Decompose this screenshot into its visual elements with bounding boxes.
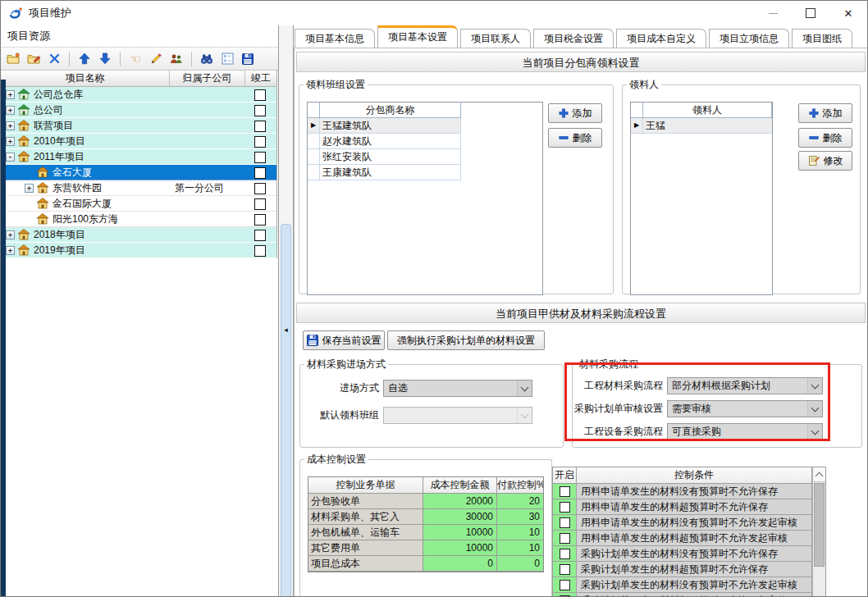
scroll-up-icon[interactable] <box>813 467 825 482</box>
splitter-thumb[interactable] <box>281 224 291 597</box>
tab[interactable]: 项目税金设置 <box>533 29 614 48</box>
tab[interactable]: 项目基本信息 <box>295 29 375 48</box>
tab[interactable]: 项目联系人 <box>460 29 531 48</box>
select-columns-icon[interactable] <box>218 50 236 68</box>
tab[interactable]: 项目基本设置 <box>377 25 458 48</box>
close-button[interactable]: ✕ <box>829 1 867 25</box>
cost-row[interactable]: 材料采购单、其它入 30000 30 <box>308 509 543 525</box>
completed-checkbox[interactable] <box>254 121 266 132</box>
tab[interactable]: 项目成本自定义 <box>616 29 706 48</box>
tree-row[interactable]: + 联营项目 <box>1 118 276 134</box>
move-up-icon[interactable] <box>75 50 94 68</box>
completed-checkbox[interactable] <box>254 198 266 210</box>
tree-row[interactable]: + 总公司 <box>1 103 276 118</box>
payment-pct[interactable]: 30 <box>497 509 543 525</box>
expand-toggle-icon[interactable]: + <box>6 230 15 239</box>
completed-checkbox[interactable] <box>254 136 266 148</box>
pencil-icon[interactable] <box>147 50 165 68</box>
chevron-down-icon[interactable] <box>517 408 532 423</box>
plan-review-setting-select[interactable]: 需要审核 <box>667 400 823 417</box>
users-icon[interactable] <box>167 50 185 68</box>
assign-hand-icon[interactable]: ☜ <box>126 50 144 68</box>
payment-pct[interactable]: 10 <box>497 525 543 540</box>
chevron-down-icon[interactable] <box>807 424 822 440</box>
cost-row[interactable]: 分包验收单 20000 20 <box>308 494 543 509</box>
completed-checkbox[interactable] <box>254 167 266 179</box>
picker-add-button[interactable]: 添加 <box>798 103 852 123</box>
subcontractor-row[interactable]: 赵水建筑队 <box>308 134 461 149</box>
completed-checkbox[interactable] <box>254 214 266 226</box>
completed-checkbox[interactable] <box>254 105 266 116</box>
expand-toggle-icon[interactable]: + <box>25 184 34 193</box>
completed-checkbox[interactable] <box>254 89 266 101</box>
expand-toggle-icon[interactable]: + <box>6 106 15 115</box>
payment-pct[interactable]: 10 <box>497 540 543 556</box>
cost-row[interactable]: 外包机械单、运输车 10000 10 <box>308 525 543 540</box>
cost-amount[interactable]: 10000 <box>423 540 497 556</box>
payment-pct[interactable]: 20 <box>497 494 543 509</box>
condition-checkbox[interactable] <box>560 502 570 513</box>
material-purchase-process-select[interactable]: 部分材料根据采购计划 <box>667 377 823 394</box>
condition-checkbox[interactable] <box>560 517 570 528</box>
cost-amount[interactable]: 30000 <box>423 509 497 525</box>
scrollbar-thumb[interactable] <box>814 483 825 567</box>
force-plan-button[interactable]: 强制执行采购计划单的材料设置 <box>387 330 545 350</box>
team-add-button[interactable]: 添加 <box>548 103 602 123</box>
entry-method-select[interactable]: 自选 <box>383 380 532 397</box>
default-picking-team-select[interactable] <box>383 407 532 424</box>
save-settings-button[interactable]: 保存当前设置 <box>303 330 385 350</box>
equipment-purchase-process-select[interactable]: 可直接采购 <box>667 423 823 440</box>
condition-checkbox[interactable] <box>560 564 570 575</box>
move-down-icon[interactable] <box>96 50 114 68</box>
cost-amount[interactable]: 10000 <box>423 525 497 540</box>
completed-checkbox[interactable] <box>254 230 266 241</box>
chevron-down-icon[interactable] <box>807 378 822 394</box>
completed-checkbox[interactable] <box>254 245 266 257</box>
cost-amount[interactable]: 20000 <box>423 494 497 509</box>
subcontractor-row[interactable]: 王猛建筑队 <box>308 118 461 134</box>
payment-pct[interactable]: 0 <box>497 556 543 572</box>
chevron-down-icon[interactable] <box>517 381 532 396</box>
tree-row[interactable]: 金石大厦 <box>1 165 276 180</box>
tree-row[interactable]: + 2018年项目 <box>1 227 276 243</box>
tree-row[interactable]: 金石国际大厦 <box>1 196 276 212</box>
tree-row[interactable]: + 2010年项目 <box>1 134 276 149</box>
cost-row[interactable]: 其它费用单 10000 10 <box>308 540 543 556</box>
tree-row[interactable]: + 2019年项目 <box>1 243 276 258</box>
delete-icon[interactable] <box>45 50 63 68</box>
new-folder-icon[interactable] <box>4 50 22 68</box>
team-remove-button[interactable]: 删除 <box>548 128 602 148</box>
find-icon[interactable] <box>198 50 216 68</box>
maximize-button[interactable] <box>792 1 829 25</box>
tree-row[interactable]: + 公司总仓库 <box>1 87 276 103</box>
edit-folder-icon[interactable] <box>25 50 43 68</box>
cost-amount[interactable]: 0 <box>423 556 497 572</box>
expand-toggle-icon[interactable]: - <box>6 153 15 162</box>
picker-modify-button[interactable]: 修改 <box>798 151 852 171</box>
tree-row[interactable]: + 东营软件园 第一分公司 <box>1 180 276 196</box>
expand-toggle-icon[interactable]: + <box>6 137 15 146</box>
completed-checkbox[interactable] <box>254 183 266 194</box>
expand-toggle-icon[interactable]: + <box>6 90 15 99</box>
completed-checkbox[interactable] <box>254 152 266 163</box>
picker-row[interactable]: 王猛 <box>631 118 773 134</box>
expand-toggle-icon[interactable]: + <box>6 121 15 130</box>
minimize-button[interactable] <box>754 1 792 25</box>
condition-checkbox[interactable] <box>560 580 570 590</box>
tab[interactable]: 项目立项信息 <box>709 29 789 48</box>
picker-remove-button[interactable]: 删除 <box>798 128 852 148</box>
expand-toggle-icon[interactable]: + <box>6 246 15 255</box>
subcontractor-row[interactable]: 王康建筑队 <box>308 165 461 180</box>
condition-checkbox[interactable] <box>560 549 570 559</box>
tree-row[interactable]: 阳光100东方海 <box>1 212 276 227</box>
save-icon[interactable] <box>239 50 257 68</box>
collapse-panel-arrow-icon[interactable]: ◂ <box>279 326 293 334</box>
tab[interactable]: 项目图纸 <box>792 29 852 48</box>
cost-row[interactable]: 项目总成本 0 0 <box>308 556 543 572</box>
subcontractor-row[interactable]: 张红安装队 <box>308 149 461 165</box>
panel-splitter[interactable]: ◂ <box>278 25 294 597</box>
conditions-scrollbar[interactable] <box>812 467 825 597</box>
chevron-down-icon[interactable] <box>807 401 822 417</box>
condition-checkbox[interactable] <box>560 533 570 544</box>
condition-checkbox[interactable] <box>560 486 570 497</box>
